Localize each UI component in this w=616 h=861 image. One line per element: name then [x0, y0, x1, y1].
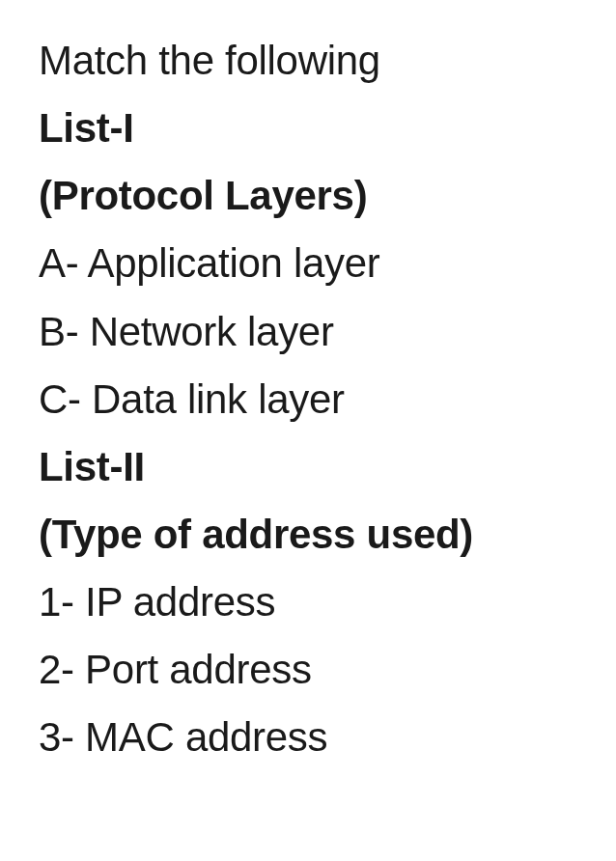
list2-item: 3- MAC address [39, 704, 577, 771]
list2-title: List-II [39, 433, 577, 501]
list2-subtitle: (Type of address used) [39, 501, 577, 569]
list1-item: C- Data link layer [39, 366, 577, 433]
list1-item: A- Application layer [39, 230, 577, 297]
question-prompt: Match the following [39, 27, 577, 95]
list1-item: B- Network layer [39, 298, 577, 366]
list1-subtitle: (Protocol Layers) [39, 162, 577, 230]
list2-item: 1- IP address [39, 569, 577, 636]
list1-title: List-I [39, 95, 577, 162]
list2-item: 2- Port address [39, 636, 577, 704]
